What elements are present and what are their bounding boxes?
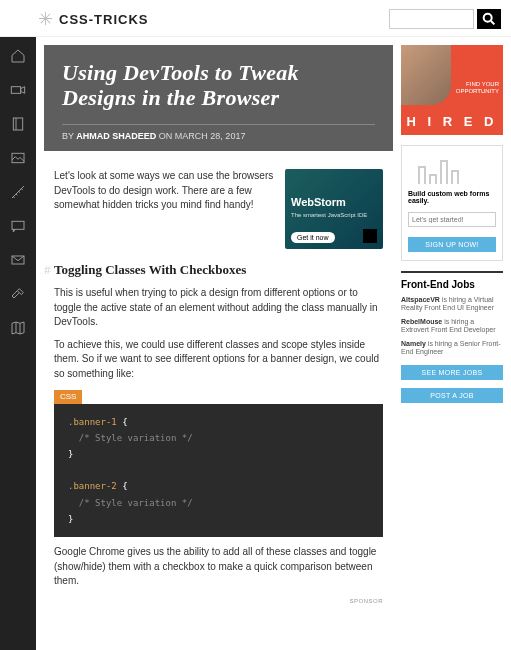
nav-home[interactable] (9, 47, 27, 65)
author-link[interactable]: AHMAD SHADEED (76, 131, 156, 141)
ad-webstorm-sub: The smartest JavaScript IDE (291, 211, 377, 220)
code-lang-label: CSS (54, 390, 82, 404)
ad-hired-photo (401, 45, 451, 105)
image-icon (10, 150, 26, 166)
jobs-widget: Front-End Jobs AltspaceVR is hiring a Vi… (401, 271, 503, 407)
mail-icon (10, 252, 26, 268)
ad-webstorm[interactable]: WebStorm The smartest JavaScript IDE Get… (285, 169, 383, 249)
top-bar: ✳ CSS-TRICKS (0, 0, 511, 37)
article-body: Let's look at some ways we can use the b… (36, 151, 401, 605)
forms-signup-button[interactable]: SIGN UP NOW! (408, 237, 496, 252)
home-icon (10, 48, 26, 64)
job-listing[interactable]: AltspaceVR is hiring a Virtual Reality F… (401, 296, 503, 313)
sponsor-label: SPONSOR (54, 597, 383, 606)
jobs-heading: Front-End Jobs (401, 279, 503, 290)
right-column: FIND YOUR OPPORTUNITY H I R E D Build cu… (401, 37, 511, 650)
site-logo[interactable]: ✳ CSS-TRICKS (38, 8, 148, 30)
svg-rect-6 (12, 221, 24, 229)
nav-map[interactable] (9, 319, 27, 337)
search-form (389, 9, 501, 29)
code-block: .banner-1 { /* Style variation */ } .ban… (54, 404, 383, 537)
nav-mail[interactable] (9, 251, 27, 269)
ruler-icon (10, 184, 26, 200)
paragraph: To achieve this, we could use different … (54, 338, 383, 382)
byline-date: ON MARCH 28, 2017 (156, 131, 245, 141)
paragraph: Google Chrome gives us the ability to ad… (54, 545, 383, 589)
search-input[interactable] (389, 9, 474, 29)
svg-point-0 (484, 14, 492, 22)
ad-webstorm-title: WebStorm (291, 195, 377, 211)
article-title: Using DevTools to Tweak Designs in the B… (62, 61, 375, 110)
jetbrains-badge-icon (363, 229, 377, 243)
site-name: CSS-TRICKS (59, 12, 148, 27)
map-icon (10, 320, 26, 336)
ad-hired-logo: H I R E D (401, 108, 503, 135)
nav-book[interactable] (9, 115, 27, 133)
ad-hired-tagline: FIND YOUR OPPORTUNITY (456, 81, 499, 94)
nav-tools[interactable] (9, 183, 27, 201)
article-byline: BY AHMAD SHADEED ON MARCH 28, 2017 (62, 124, 375, 141)
hammer-icon (10, 286, 26, 302)
nav-comment[interactable] (9, 217, 27, 235)
job-listing[interactable]: RebelMouse is hiring a Extrovert Front E… (401, 318, 503, 335)
svg-rect-3 (13, 118, 22, 130)
nav-image[interactable] (9, 149, 27, 167)
wufoo-art-icon (408, 154, 496, 184)
main-column: Using DevTools to Tweak Designs in the B… (36, 37, 401, 650)
forms-widget: Build custom web forms easily. SIGN UP N… (401, 145, 503, 261)
comment-icon (10, 218, 26, 234)
video-icon (10, 82, 26, 98)
paragraph: This is useful when trying to pick a des… (54, 286, 383, 330)
asterisk-icon: ✳ (38, 8, 53, 30)
article-hero: Using DevTools to Tweak Designs in the B… (44, 45, 393, 151)
post-job-button[interactable]: POST A JOB (401, 388, 503, 403)
nav-video[interactable] (9, 81, 27, 99)
job-listing[interactable]: Namely is hiring a Senior Front-End Engi… (401, 340, 503, 357)
search-button[interactable] (477, 9, 501, 29)
forms-widget-input[interactable] (408, 212, 496, 227)
see-more-jobs-button[interactable]: SEE MORE JOBS (401, 365, 503, 380)
layout: Using DevTools to Tweak Designs in the B… (0, 37, 511, 650)
svg-line-1 (491, 21, 494, 24)
svg-rect-2 (11, 87, 20, 94)
side-nav (0, 37, 36, 650)
ad-hired[interactable]: FIND YOUR OPPORTUNITY H I R E D (401, 45, 503, 135)
search-icon (481, 11, 497, 27)
code-block-wrap: CSS .banner-1 { /* Style variation */ } … (54, 389, 383, 537)
ad-webstorm-cta[interactable]: Get it now (291, 232, 335, 243)
forms-widget-title: Build custom web forms easily. (408, 190, 496, 204)
section-heading: Toggling Classes With Checkboxes (54, 261, 383, 280)
book-icon (10, 116, 26, 132)
intro-paragraph: Let's look at some ways we can use the b… (54, 169, 275, 249)
nav-build[interactable] (9, 285, 27, 303)
byline-prefix: BY (62, 131, 76, 141)
